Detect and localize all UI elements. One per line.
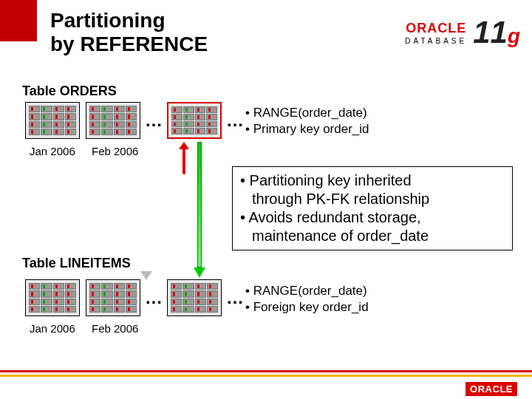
fk-to-pk-arrow-icon: [180, 142, 188, 171]
oracle-11g-logo: ORACLE DATABASE 11 g: [405, 15, 520, 50]
footer-red-bar: [0, 370, 532, 372]
lineitems-table-label: Table LINEITEMS: [22, 256, 131, 271]
orders-bullet-2: • Primary key order_id: [245, 121, 369, 137]
inherit-line-1: • Partitioning key inherited: [240, 171, 505, 190]
orders-partition-target: [167, 102, 222, 139]
orders-month-jan: Jan 2006: [30, 145, 75, 157]
orders-partitions-row: … …: [25, 102, 248, 139]
orders-partition-feb: [86, 102, 140, 139]
inherit-line-2: through PK-FK relationship: [240, 190, 505, 208]
oracle-wordmark: ORACLE: [406, 21, 466, 36]
title-line-1: Partitioning: [50, 9, 208, 33]
orders-bullet-1: • RANGE(order_date): [245, 105, 369, 121]
lineitems-bullet-1: • RANGE(order_date): [245, 283, 369, 299]
orders-ellipsis-2: …: [226, 110, 244, 131]
lineitems-partition-target: [167, 279, 222, 316]
footer-gold-bar: [0, 375, 532, 377]
version-number: 11: [473, 15, 508, 50]
title-line-2: by REFERENCE: [50, 33, 208, 56]
lineitems-partition-feb: [86, 279, 140, 316]
slide-accent-block: [0, 0, 37, 41]
orders-month-feb: Feb 2006: [92, 145, 138, 157]
lineitems-ellipsis-1: …: [145, 287, 163, 308]
lineitems-partitions-row: … …: [25, 279, 248, 316]
oracle-database-label: ORACLE DATABASE: [405, 21, 467, 45]
slide-title: Partitioning by REFERENCE: [50, 9, 208, 56]
orders-ellipsis-1: …: [145, 110, 163, 131]
inherit-line-4: maintenance of order_date: [240, 227, 505, 245]
lineitems-partition-jan: [25, 279, 80, 316]
version-11g: 11 g: [473, 15, 520, 50]
partition-inherit-arrow-icon: [194, 142, 205, 278]
inherit-line-3: • Avoids redundant storage,: [240, 208, 505, 227]
orders-table-label: Table ORDERS: [22, 83, 117, 99]
inherit-callout-box: • Partitioning key inherited through PK-…: [232, 166, 513, 250]
lineitems-bullet-2: • Foreign key order_id: [245, 299, 369, 316]
orders-partition-jan: [25, 102, 80, 139]
lineitems-bullets: • RANGE(order_date) • Foreign key order_…: [245, 283, 369, 316]
lineitems-month-jan: Jan 2006: [30, 322, 75, 335]
database-wordmark: DATABASE: [405, 37, 467, 45]
lineitems-month-feb: Feb 2006: [92, 322, 138, 335]
version-suffix: g: [508, 24, 520, 48]
orders-bullets: • RANGE(order_date) • Primary key order_…: [245, 105, 369, 137]
oracle-footer-logo: ORACLE: [466, 382, 517, 396]
lineitems-ellipsis-2: …: [226, 287, 244, 308]
